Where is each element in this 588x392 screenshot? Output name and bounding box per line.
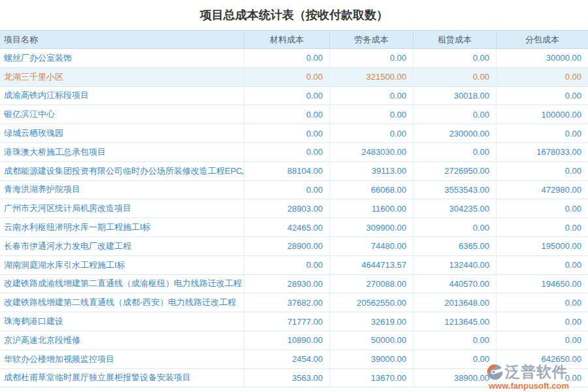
material-cost-cell: 0.00 [244, 68, 330, 86]
rental-cost-cell: 6365.00 [414, 237, 497, 255]
project-name-cell[interactable]: 螺丝厂办公室装饰 [0, 49, 244, 67]
material-cost-cell: 0.00 [244, 256, 330, 274]
col-header-rental-cost[interactable]: 租赁成本 [414, 31, 497, 48]
table-row[interactable]: 广州市天河区统计局机房改造项目28903.0011600.00304235.00… [0, 199, 588, 218]
material-cost-cell: 28903.00 [244, 199, 330, 218]
table-row[interactable]: 成都杜甫草堂临时展厅独立展柜报警设备安装项目3563.0013670.00389… [0, 369, 588, 388]
project-name-cell[interactable]: 银亿滨江中心 [0, 105, 244, 123]
labor-cost-cell: 50000.00 [330, 331, 414, 350]
labor-cost-cell: 39000.00 [330, 350, 414, 368]
rental-cost-cell: 0.00 [414, 143, 497, 161]
rental-cost-cell: 1213645.00 [414, 312, 497, 331]
col-header-labor-cost[interactable]: 劳务成本 [330, 31, 414, 48]
project-name-cell[interactable]: 成渝高铁内江标段项目 [0, 87, 244, 105]
project-name-cell[interactable]: 长春市伊通河水力发电厂改建工程 [0, 237, 244, 255]
project-name-cell[interactable]: 改建铁路成渝线增建第二直通线（成渝枢纽）电力线路迁改工程 [0, 275, 244, 293]
project-name-cell[interactable]: 龙湖三千里小区 [0, 68, 244, 86]
material-cost-cell: 28930.00 [244, 275, 330, 293]
rental-cost-cell: 30018.00 [414, 87, 497, 105]
material-cost-cell: 3563.00 [244, 369, 330, 387]
material-cost-cell: 0.00 [244, 87, 330, 105]
rental-cost-cell: 0.00 [414, 105, 497, 123]
table-row[interactable]: 改建铁路成渝线增建第二直通线（成渝枢纽）电力线路迁改工程28930.002700… [0, 275, 588, 294]
subcontract-cost-cell: 0.00 [497, 124, 588, 142]
project-name-cell[interactable]: 改建铁路线增建第二线直通线（成都-西安）电力线路迁改工程 [0, 293, 244, 312]
rental-cost-cell: 0.00 [414, 68, 497, 86]
rental-cost-cell: 2726950.00 [414, 162, 497, 180]
rental-cost-cell: 230000.00 [414, 124, 497, 142]
table-row[interactable]: 银亿滨江中心0.000.000.00100000.00 [0, 105, 588, 124]
col-header-material-cost[interactable]: 材料成本 [244, 31, 330, 48]
labor-cost-cell: 2483030.00 [330, 143, 414, 161]
labor-cost-cell: 270088.00 [330, 275, 414, 293]
table-row[interactable]: 云南水利枢纽潜明水库一期工程施工I标42465.00309900.000.000… [0, 218, 588, 237]
table-row[interactable]: 螺丝厂办公室装饰0.000.000.0030000.00 [0, 49, 588, 68]
table-row[interactable]: 绿城云栖玫瑰园0.000.00230000.000.00 [0, 124, 588, 143]
subcontract-cost-cell: 100000.00 [497, 105, 588, 123]
labor-cost-cell: 4644713.57 [330, 256, 414, 274]
subcontract-cost-cell: 0.00 [497, 162, 588, 180]
col-header-project-name[interactable]: 项目名称 [0, 31, 244, 48]
rental-cost-cell: 2013648.00 [414, 293, 497, 312]
page-title: 项目总成本统计表（按收付款取数） [0, 0, 588, 30]
project-name-cell[interactable]: 广州市天河区统计局机房改造项目 [0, 199, 244, 218]
rental-cost-cell: 304235.00 [414, 199, 497, 218]
subcontract-cost-cell: 30000.00 [497, 49, 588, 67]
project-name-cell[interactable]: 华软办公楼增加视频监控项目 [0, 350, 244, 368]
labor-cost-cell: 0.00 [330, 49, 414, 67]
material-cost-cell: 37682.00 [244, 293, 330, 312]
subcontract-cost-cell: 194650.00 [497, 275, 588, 293]
project-name-cell[interactable]: 珠海鹤港口建设 [0, 312, 244, 331]
project-name-cell[interactable]: 成都杜甫草堂临时展厅独立展柜报警设备安装项目 [0, 369, 244, 387]
table-row[interactable]: 华软办公楼增加视频监控项目2454.0039000.000.00642650.0… [0, 350, 588, 369]
labor-cost-cell: 309900.00 [330, 218, 414, 237]
table-row[interactable]: 珠海鹤港口建设71777.0032619.001213645.000.00 [0, 312, 588, 331]
rental-cost-cell: 0.00 [414, 218, 497, 237]
material-cost-cell: 0.00 [244, 181, 330, 199]
table-row[interactable]: 成渝高铁内江标段项目0.000.0030018.000.00 [0, 87, 588, 106]
cost-statistics-table: 项目名称 材料成本 劳务成本 租赁成本 分包成本 螺丝厂办公室装饰0.000.0… [0, 30, 588, 387]
subcontract-cost-cell: 195000.00 [497, 237, 588, 255]
labor-cost-cell: 32619.00 [330, 312, 414, 331]
project-name-cell[interactable]: 成都能源建设集团投资有限公司临时办公场所装修改造工程EPC总承包 [0, 162, 244, 180]
project-name-cell[interactable]: 湖南洞庭湖水库引水工程施工I标 [0, 256, 244, 274]
project-name-cell[interactable]: 云南水利枢纽潜明水库一期工程施工I标 [0, 218, 244, 237]
project-name-cell[interactable]: 港珠澳大桥施工总承包项目 [0, 143, 244, 161]
material-cost-cell: 88104.00 [244, 162, 330, 180]
subcontract-cost-cell: 0.00 [497, 293, 588, 312]
subcontract-cost-cell: 642650.00 [497, 350, 588, 368]
table-row[interactable]: 港珠澳大桥施工总承包项目0.002483030.000.001678033.00 [0, 143, 588, 162]
table-row[interactable]: 长春市伊通河水力发电厂改建工程28900.0074480.006365.0019… [0, 237, 588, 256]
labor-cost-cell: 13670.00 [330, 369, 414, 387]
table-row[interactable]: 龙湖三千里小区0.00321500.000.000.00 [0, 68, 588, 87]
labor-cost-cell: 321500.00 [330, 68, 414, 86]
rental-cost-cell: 0.00 [414, 331, 497, 350]
material-cost-cell: 0.00 [244, 143, 330, 161]
rental-cost-cell: 0.00 [414, 350, 497, 368]
subcontract-cost-cell: 1678033.00 [497, 143, 588, 161]
material-cost-cell: 10890.00 [244, 331, 330, 350]
material-cost-cell: 0.00 [244, 105, 330, 123]
labor-cost-cell: 20562550.00 [330, 293, 414, 312]
material-cost-cell: 0.00 [244, 124, 330, 142]
col-header-subcontract-cost[interactable]: 分包成本 [497, 31, 588, 48]
table-row[interactable]: 改建铁路线增建第二线直通线（成都-西安）电力线路迁改工程37682.002056… [0, 293, 588, 312]
material-cost-cell: 2454.00 [244, 350, 330, 368]
project-name-cell[interactable]: 京沪高速北京段维修 [0, 331, 244, 350]
subcontract-cost-cell: 0.00 [497, 199, 588, 218]
labor-cost-cell: 0.00 [330, 87, 414, 105]
rental-cost-cell: 440570.00 [414, 275, 497, 293]
subcontract-cost-cell: 0.00 [497, 256, 588, 274]
project-name-cell[interactable]: 绿城云栖玫瑰园 [0, 124, 244, 142]
project-name-cell[interactable]: 青海洪湖养护院项目 [0, 181, 244, 199]
table-row[interactable]: 青海洪湖养护院项目0.0066068.003553543.00472980.00 [0, 181, 588, 200]
subcontract-cost-cell: 0.00 [497, 331, 588, 350]
table-row[interactable]: 成都能源建设集团投资有限公司临时办公场所装修改造工程EPC总承包88104.00… [0, 162, 588, 181]
subcontract-cost-cell: 0.00 [497, 87, 588, 105]
subcontract-cost-cell: 0.00 [497, 369, 588, 387]
labor-cost-cell: 74480.00 [330, 237, 414, 255]
table-body: 螺丝厂办公室装饰0.000.000.0030000.00龙湖三千里小区0.003… [0, 49, 588, 387]
table-row[interactable]: 湖南洞庭湖水库引水工程施工I标0.004644713.57132440.000.… [0, 256, 588, 275]
table-row[interactable]: 京沪高速北京段维修10890.0050000.000.000.00 [0, 331, 588, 350]
labor-cost-cell: 39113.00 [330, 162, 414, 180]
